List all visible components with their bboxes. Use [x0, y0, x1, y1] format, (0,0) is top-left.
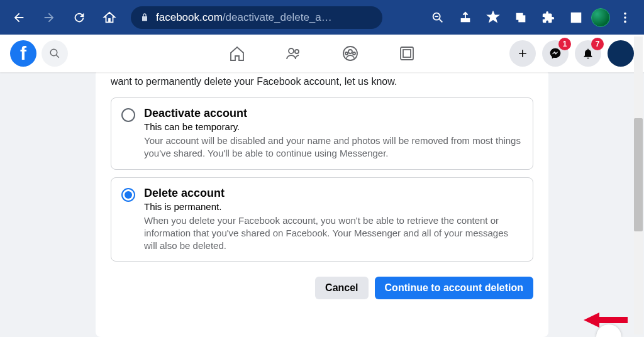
- svg-rect-19: [403, 50, 411, 57]
- delete-desc: When you delete your Facebook account, y…: [144, 214, 523, 253]
- scroll-thumb[interactable]: [634, 118, 643, 231]
- address-bar[interactable]: facebook.com/deactivate_delete_a…: [131, 6, 382, 29]
- deactivate-title: Deactivate account: [144, 107, 523, 120]
- lock-icon: [140, 13, 150, 23]
- svg-point-9: [624, 20, 626, 23]
- browser-toolbar: facebook.com/deactivate_delete_a…: [0, 0, 644, 35]
- fb-topnav: f 1 7: [0, 35, 644, 72]
- svg-point-12: [289, 48, 294, 53]
- svg-point-13: [295, 50, 299, 53]
- notifications-button[interactable]: 7: [575, 40, 601, 67]
- url-text: facebook.com/deactivate_delete_a…: [156, 11, 332, 24]
- action-row: Cancel Continue to account deletion: [111, 269, 533, 299]
- delete-sub: This is permanent.: [144, 201, 523, 212]
- nav-groups[interactable]: [341, 44, 360, 63]
- bookmark-button[interactable]: [480, 5, 506, 30]
- delete-title: Delete account: [144, 187, 523, 200]
- option-deactivate[interactable]: Deactivate account This can be temporary…: [111, 97, 533, 170]
- option-delete[interactable]: Delete account This is permanent. When y…: [111, 177, 533, 262]
- svg-line-1: [440, 19, 443, 22]
- search-icon: [49, 48, 60, 59]
- nav-feeds[interactable]: [397, 44, 416, 63]
- deactivate-desc: Your account will be disabled and your n…: [144, 135, 523, 160]
- menu-button[interactable]: [613, 5, 638, 30]
- radio-deactivate[interactable]: [121, 108, 135, 122]
- settings-card: want to permanently delete your Facebook…: [96, 72, 548, 337]
- intro-text: want to permanently delete your Facebook…: [111, 72, 533, 97]
- create-button[interactable]: [509, 40, 536, 67]
- deactivate-sub: This can be temporary.: [144, 121, 523, 132]
- svg-point-16: [345, 52, 348, 55]
- bell-icon: [582, 47, 594, 60]
- radio-delete[interactable]: [121, 188, 135, 202]
- profile-avatar-chrome[interactable]: [591, 8, 610, 27]
- fb-profile-avatar[interactable]: [608, 40, 634, 67]
- svg-rect-4: [519, 16, 525, 21]
- fb-center-nav: [228, 44, 416, 63]
- messenger-icon: [549, 47, 562, 60]
- tabswitch-button[interactable]: [508, 5, 533, 30]
- svg-rect-5: [572, 13, 581, 22]
- fb-logo[interactable]: f: [10, 40, 36, 67]
- extensions-button[interactable]: [536, 5, 561, 30]
- forward-button[interactable]: [36, 5, 62, 30]
- scrollbar[interactable]: [634, 36, 643, 334]
- messenger-badge: 1: [558, 38, 571, 50]
- back-button[interactable]: [6, 5, 31, 30]
- window-button[interactable]: [564, 5, 589, 30]
- home-button[interactable]: [97, 5, 122, 30]
- nav-home[interactable]: [228, 44, 247, 63]
- svg-point-10: [50, 49, 57, 56]
- fb-search-button[interactable]: [42, 40, 68, 67]
- svg-rect-18: [401, 47, 413, 60]
- svg-line-11: [56, 55, 59, 58]
- nav-friends[interactable]: [284, 44, 303, 63]
- share-button[interactable]: [453, 5, 478, 30]
- svg-point-8: [624, 16, 626, 19]
- svg-point-7: [624, 12, 626, 14]
- messenger-button[interactable]: 1: [542, 40, 569, 67]
- notifications-badge: 7: [591, 38, 604, 50]
- svg-point-15: [348, 50, 352, 53]
- reload-button[interactable]: [67, 5, 92, 30]
- zoom-button[interactable]: [425, 5, 450, 30]
- continue-button[interactable]: Continue to account deletion: [375, 277, 533, 299]
- cancel-button[interactable]: Cancel: [315, 277, 368, 299]
- content-area: want to permanently delete your Facebook…: [0, 72, 644, 337]
- svg-point-17: [353, 52, 355, 55]
